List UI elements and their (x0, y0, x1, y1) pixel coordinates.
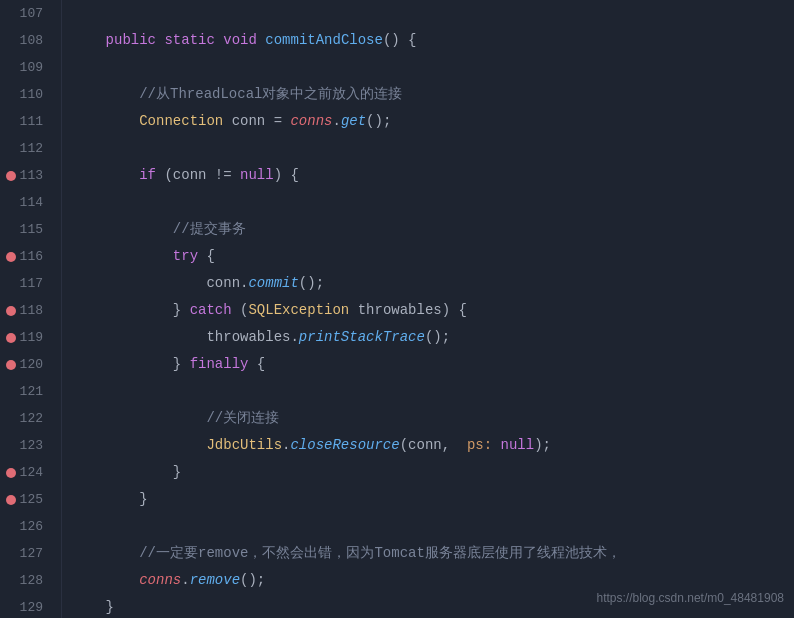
kw-null-113: null (240, 162, 274, 189)
breakpoint-120 (6, 360, 16, 370)
code-line-114 (72, 189, 794, 216)
comment-115: //提交事务 (173, 216, 246, 243)
code-lines: public static void commitAndClose () { /… (62, 0, 794, 618)
var-conns-128: conns (139, 567, 181, 594)
code-line-115: //提交事务 (72, 216, 794, 243)
code-line-111: Connection conn = conns . get (); (72, 108, 794, 135)
code-line-107 (72, 0, 794, 27)
code-line-123: JdbcUtils . closeResource (conn, ps: nul… (72, 432, 794, 459)
line-numbers: 107 108 109 110 111 112 113 114 115 116 … (0, 0, 62, 618)
code-editor: 107 108 109 110 111 112 113 114 115 116 … (0, 0, 794, 618)
code-line-127: //一定要remove，不然会出错，因为Tomcat服务器底层使用了线程池技术， (72, 540, 794, 567)
line-num-122: 122 (0, 405, 53, 432)
breakpoint-116 (6, 252, 16, 262)
code-line-125: } (72, 486, 794, 513)
kw-if: if (139, 162, 156, 189)
line-num-113: 113 (0, 162, 53, 189)
line-num-109: 109 (0, 54, 53, 81)
line-num-116: 116 (0, 243, 53, 270)
code-line-122: //关闭连接 (72, 405, 794, 432)
kw-static: static (164, 27, 214, 54)
line-num-125: 125 (0, 486, 53, 513)
comment-127: //一定要remove，不然会出错，因为Tomcat服务器底层使用了线程池技术， (139, 540, 621, 567)
comment-110: //从ThreadLocal对象中之前放入的连接 (139, 81, 402, 108)
code-line-110: //从ThreadLocal对象中之前放入的连接 (72, 81, 794, 108)
line-num-123: 123 (0, 432, 53, 459)
type-connection: Connection (139, 108, 223, 135)
code-line-121 (72, 378, 794, 405)
kw-finally: finally (190, 351, 249, 378)
indent-108 (72, 27, 106, 54)
kw-null-123: null (501, 432, 535, 459)
code-line-112 (72, 135, 794, 162)
line-num-129: 129 (0, 594, 53, 618)
breakpoint-113 (6, 171, 16, 181)
kw-public: public (106, 27, 156, 54)
breakpoint-124 (6, 468, 16, 478)
breakpoint-118 (6, 306, 16, 316)
code-line-117: conn. commit (); (72, 270, 794, 297)
line-num-119: 119 (0, 324, 53, 351)
kw-void: void (223, 27, 257, 54)
line-num-107: 107 (0, 0, 53, 27)
kw-catch: catch (190, 297, 232, 324)
line-num-126: 126 (0, 513, 53, 540)
fn-commitAndClose: commitAndClose (265, 27, 383, 54)
line-num-114: 114 (0, 189, 53, 216)
line-num-111: 111 (0, 108, 53, 135)
breakpoint-125 (6, 495, 16, 505)
code-line-119: throwables. printStackTrace (); (72, 324, 794, 351)
comment-122: //关闭连接 (206, 405, 279, 432)
line-num-115: 115 (0, 216, 53, 243)
line-num-110: 110 (0, 81, 53, 108)
class-jdbcutils: JdbcUtils (206, 432, 282, 459)
var-conns: conns (290, 108, 332, 135)
breakpoint-119 (6, 333, 16, 343)
line-num-121: 121 (0, 378, 53, 405)
line-num-124: 124 (0, 459, 53, 486)
line-num-117: 117 (0, 270, 53, 297)
code-line-108: public static void commitAndClose () { (72, 27, 794, 54)
type-sqlexception: SQLException (248, 297, 349, 324)
line-num-127: 127 (0, 540, 53, 567)
method-commit: commit (248, 270, 298, 297)
method-remove: remove (190, 567, 240, 594)
watermark: https://blog.csdn.net/m0_48481908 (597, 585, 784, 612)
line-num-128: 128 (0, 567, 53, 594)
code-line-116: try { (72, 243, 794, 270)
code-line-124: } (72, 459, 794, 486)
code-line-109 (72, 54, 794, 81)
kw-try: try (173, 243, 198, 270)
line-num-112: 112 (0, 135, 53, 162)
line-num-108: 108 (0, 27, 53, 54)
code-line-120: } finally { (72, 351, 794, 378)
line-num-120: 120 (0, 351, 53, 378)
method-printstacktrace: printStackTrace (299, 324, 425, 351)
method-closeresource: closeResource (290, 432, 399, 459)
method-get: get (341, 108, 366, 135)
code-line-126 (72, 513, 794, 540)
code-line-113: if (conn != null ) { (72, 162, 794, 189)
line-num-118: 118 (0, 297, 53, 324)
code-line-118: } catch ( SQLException throwables) { (72, 297, 794, 324)
param-ps: ps: (467, 432, 492, 459)
